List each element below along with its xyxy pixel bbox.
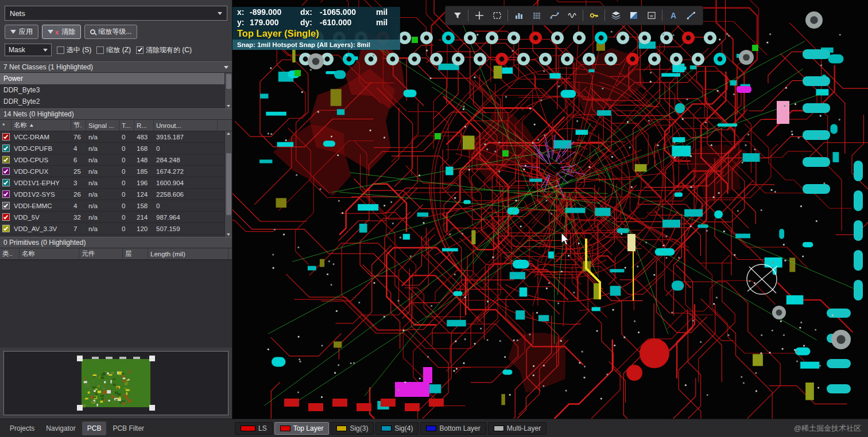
mask-checkboxes: 选中 (S)缩放 (Z)清除现有的 (C) <box>57 45 192 55</box>
crosshair-icon[interactable] <box>470 7 488 24</box>
net-row[interactable]: VDD1V1-EPHY3n/a01961600.904 <box>0 177 232 189</box>
primitives-column-header[interactable]: 名称 <box>20 248 79 259</box>
net-color-checkbox[interactable] <box>2 225 10 232</box>
layer-stack-icon[interactable] <box>607 7 625 24</box>
net-color-checkbox[interactable] <box>2 167 10 175</box>
net-row[interactable]: VDDI-EMMC4n/a01580 <box>0 200 232 212</box>
bottom-bar: ProjectsNavigatorPCBPCB Filter LSTop Lay… <box>0 419 868 437</box>
nets-column-header[interactable]: T... <box>119 120 134 131</box>
net-row[interactable]: VDD1V2-SYS26n/a01242258.606 <box>0 189 232 200</box>
layer-tab-ls[interactable]: LS <box>235 422 273 435</box>
select-checkbox[interactable]: 选中 (S) <box>57 45 91 55</box>
hud-dy-label: dy: <box>300 18 320 27</box>
net-color-checkbox[interactable] <box>2 179 10 186</box>
scroll-down-icon[interactable] <box>227 105 230 107</box>
panel-tab-pcb-filter[interactable]: PCB Filter <box>107 422 149 435</box>
primitives-column-header[interactable]: Length (mil) <box>148 248 228 259</box>
layer-tab-sig-4-[interactable]: Sig(4) <box>375 422 418 435</box>
net-signal-length: n/a <box>86 145 119 152</box>
net-color-checkbox[interactable] <box>2 213 10 221</box>
net-class-item[interactable]: DDR_Byte3 <box>0 84 232 96</box>
line-tool-icon[interactable] <box>682 7 700 24</box>
apply-button[interactable]: 应用 <box>5 25 38 39</box>
layer-tab-bottom-layer[interactable]: Bottom Layer <box>420 422 486 435</box>
net-class-item[interactable]: Power <box>0 73 232 84</box>
net-row[interactable]: VDD_AV_3.3V7n/a0120507.159 <box>0 223 232 235</box>
primitives-column-header[interactable]: 类.. <box>0 248 20 259</box>
net-color-checkbox[interactable] <box>2 133 10 141</box>
clear-existing-checkbox[interactable]: 清除现有的 (C) <box>136 45 192 55</box>
hud-snap-status: Snap: 1mil Hotspot Snap (All Layers): 8m… <box>232 40 400 50</box>
layer-tab-top-layer[interactable]: Top Layer <box>274 422 330 435</box>
net-name: VDD-CPUS <box>11 157 71 163</box>
primitives-column-header[interactable]: 层 <box>123 248 148 259</box>
net-class-item[interactable]: DDR_Byte2 <box>0 96 232 107</box>
contrast-square-icon[interactable] <box>625 7 642 24</box>
pcb-editor-canvas[interactable] <box>232 0 868 419</box>
board-preview-thumbnail[interactable] <box>72 353 160 413</box>
net-row[interactable]: VCC-DRAM76n/a04833915.187 <box>0 131 232 143</box>
checkmark-icon <box>3 191 8 196</box>
zoom-level-button[interactable]: 缩放等级... <box>84 25 137 39</box>
hud-x-label: x: <box>237 7 250 17</box>
scrollbar-thumb[interactable] <box>226 74 231 89</box>
scroll-down-icon[interactable] <box>227 233 230 236</box>
net-checkbox-cell <box>0 202 11 209</box>
panel-mode-dropdown[interactable]: Nets <box>5 6 227 21</box>
nets-column-header[interactable]: * <box>0 120 11 131</box>
grid-pattern-icon[interactable] <box>528 7 545 24</box>
marquee-select-icon[interactable] <box>488 7 506 24</box>
nets-scrollbar[interactable] <box>224 131 232 237</box>
nets-column-header[interactable]: Unrout... <box>154 120 218 131</box>
net-t: 0 <box>119 191 134 198</box>
polygon-w-icon[interactable]: w <box>642 7 660 24</box>
filter-clear-icon <box>48 30 53 34</box>
net-row[interactable]: VDD_5V32n/a0214987.964 <box>0 212 232 223</box>
net-signal-length: n/a <box>86 180 119 186</box>
net-unrouted: 2258.606 <box>154 191 218 198</box>
net-row[interactable]: VDD-CPUS6n/a0148284.248 <box>0 154 232 166</box>
panel-tab-projects[interactable]: Projects <box>5 422 40 435</box>
net-color-checkbox[interactable] <box>2 156 10 163</box>
net-row[interactable]: VDD-CPUFB4n/a01680 <box>0 143 232 154</box>
layer-color-swatch <box>494 426 504 431</box>
layer-tab-sig-3-[interactable]: Sig(3) <box>331 422 374 435</box>
layer-tab-label: Top Layer <box>293 424 324 432</box>
scroll-up-icon[interactable] <box>227 132 230 135</box>
panel-tab-navigator[interactable]: Navigator <box>41 422 80 435</box>
net-row[interactable]: VDD-CPUX25n/a01851674.272 <box>0 166 232 177</box>
key-icon[interactable] <box>585 7 603 24</box>
net-node-count: 32 <box>71 214 86 221</box>
nets-column-header[interactable]: 节. <box>71 120 86 131</box>
mask-value: Mask <box>9 46 25 54</box>
mask-dropdown[interactable]: Mask <box>5 44 52 56</box>
net-routed: 148 <box>134 157 154 163</box>
nets-column-header[interactable]: R... <box>134 120 154 131</box>
waveform-icon[interactable] <box>563 7 581 24</box>
net-color-checkbox[interactable] <box>2 145 10 152</box>
zoom-checkbox[interactable]: 缩放 (Z) <box>96 45 131 55</box>
net-t: 0 <box>119 168 134 175</box>
panel-tab-pcb[interactable]: PCB <box>82 422 107 435</box>
clear-button[interactable]: x 清除 <box>42 25 81 39</box>
net-color-checkbox[interactable] <box>2 202 10 209</box>
layer-color-swatch <box>280 426 290 431</box>
net-unrouted: 507.159 <box>154 225 218 232</box>
bezier-curve-icon[interactable] <box>545 7 563 24</box>
clear-x-icon: x <box>55 29 59 36</box>
apply-label: 应用 <box>19 27 33 37</box>
net-unrouted: 3915.187 <box>154 134 218 141</box>
text-tool-icon[interactable]: A <box>664 7 682 24</box>
svg-text:A: A <box>670 11 676 20</box>
layer-tab-multi-layer[interactable]: Multi-Layer <box>488 422 547 435</box>
svg-text:w: w <box>649 13 653 18</box>
primitives-column-header[interactable]: 元件 <box>79 248 123 259</box>
scrollbar-thumb[interactable] <box>226 153 231 215</box>
histogram-icon[interactable] <box>510 7 528 24</box>
filter-icon[interactable] <box>448 7 466 24</box>
net-class-scrollbar[interactable] <box>224 73 232 108</box>
net-classes-header[interactable]: 7 Net Classes (1 Highlighted) <box>0 61 232 73</box>
nets-column-header[interactable]: 名称 <box>11 120 71 131</box>
nets-column-header[interactable]: Signal ... <box>86 120 119 131</box>
net-color-checkbox[interactable] <box>2 190 10 198</box>
